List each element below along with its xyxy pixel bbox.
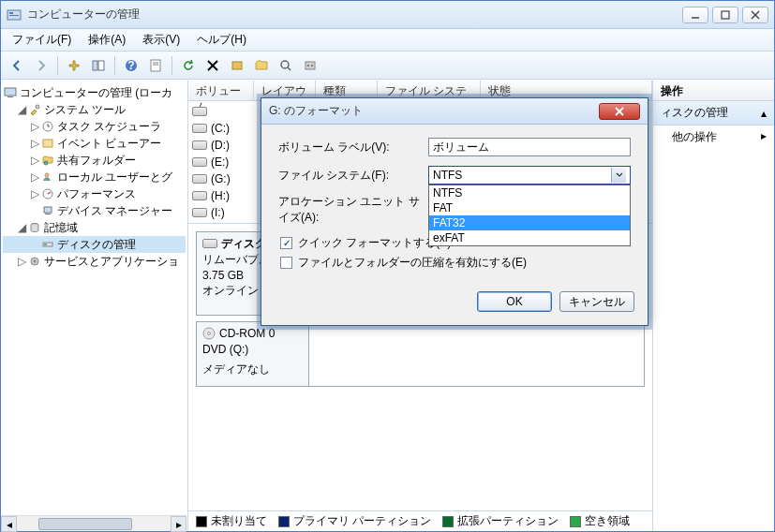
expand-icon[interactable]: ▷: [29, 154, 40, 167]
quick-format-checkbox[interactable]: [280, 237, 292, 249]
tools-icon: [27, 102, 42, 117]
cancel-button[interactable]: キャンセル: [559, 291, 634, 312]
menu-view[interactable]: 表示(V): [135, 29, 187, 51]
allocation-label: アロケーション ユニット サイズ(A):: [278, 194, 428, 226]
svg-rect-32: [44, 207, 52, 213]
tree-scrollbar[interactable]: ◂ ▸: [1, 515, 186, 531]
svg-rect-7: [93, 61, 97, 70]
settings-icon[interactable]: [300, 55, 320, 76]
actions-other[interactable]: 他の操作▸: [653, 126, 774, 149]
filesystem-select[interactable]: NTFS NTFS FAT FAT32 exFAT: [428, 166, 631, 185]
cdrom-info: CD-ROM 0 DVD (Q:) メディアなし: [197, 322, 309, 386]
actions-header: 操作: [653, 81, 774, 101]
fs-option-fat[interactable]: FAT: [429, 200, 630, 215]
filesystem-dropdown: NTFS FAT FAT32 exFAT: [428, 185, 631, 246]
svg-rect-8: [98, 61, 104, 70]
toolbar: ?: [1, 52, 774, 80]
svg-rect-11: [151, 60, 160, 71]
volume-icon: [192, 107, 207, 116]
fs-option-fat32[interactable]: FAT32: [429, 215, 630, 230]
compression-row[interactable]: ファイルとフォルダーの圧縮を有効にする(E): [280, 255, 631, 271]
menu-help[interactable]: ヘルプ(H): [189, 29, 254, 51]
dialog-close-button[interactable]: [599, 103, 640, 120]
svg-rect-1: [9, 12, 13, 14]
maximize-button[interactable]: [712, 7, 738, 23]
svg-line-18: [288, 67, 291, 70]
menu-file[interactable]: ファイル(F): [5, 29, 79, 51]
search-icon[interactable]: [276, 55, 296, 76]
event-icon: [40, 136, 55, 151]
svg-point-20: [307, 65, 309, 66]
show-hide-tree-button[interactable]: [88, 55, 109, 76]
forward-button[interactable]: [31, 55, 52, 76]
svg-rect-22: [5, 88, 16, 96]
scroll-right-icon[interactable]: ▸: [171, 516, 186, 531]
fs-option-ntfs[interactable]: NTFS: [429, 185, 630, 200]
svg-point-17: [281, 61, 289, 68]
expand-icon[interactable]: ▷: [29, 120, 40, 133]
fs-option-exfat[interactable]: exFAT: [429, 230, 630, 245]
users-icon: [40, 170, 55, 185]
legend-swatch: [442, 516, 454, 527]
back-button[interactable]: [7, 55, 27, 76]
minimize-button[interactable]: [682, 7, 708, 23]
refresh-button[interactable]: [178, 55, 199, 76]
titlebar: コンピューターの管理: [1, 1, 774, 29]
action-icon[interactable]: [227, 55, 247, 76]
chevron-down-icon: [611, 168, 626, 183]
window-title: コンピューターの管理: [27, 7, 682, 22]
svg-point-38: [34, 260, 37, 263]
compression-checkbox[interactable]: [280, 257, 292, 269]
filesystem-value: NTFS: [433, 169, 462, 182]
tree-performance[interactable]: ▷パフォーマンス: [3, 185, 186, 202]
clock-icon: [40, 119, 55, 134]
expand-icon[interactable]: ▷: [29, 170, 40, 184]
delete-icon[interactable]: [202, 55, 223, 76]
shared-folder-icon: [40, 153, 55, 168]
tree-root[interactable]: コンピューターの管理 (ローカ: [3, 84, 186, 101]
close-button[interactable]: [742, 7, 768, 23]
tree-shared-folders[interactable]: ▷共有フォルダー: [3, 152, 186, 169]
performance-icon: [40, 186, 55, 201]
ok-button[interactable]: OK: [477, 291, 552, 312]
expand-icon[interactable]: ▷: [16, 255, 27, 268]
expand-icon[interactable]: ▷: [29, 187, 40, 200]
volume-label-input[interactable]: [428, 138, 631, 156]
tree-panel: コンピューターの管理 (ローカ ◢システム ツール ▷タスク スケジューラ ▷イ…: [1, 81, 188, 531]
collapse-icon[interactable]: ◢: [16, 103, 27, 116]
actions-section-disk[interactable]: ィスクの管理▴: [653, 101, 774, 126]
tree-event-viewer[interactable]: ▷イベント ビューアー: [3, 135, 186, 152]
volume-icon: [192, 208, 207, 217]
expand-icon[interactable]: ▷: [29, 137, 40, 150]
tree-disk-management[interactable]: ディスクの管理: [3, 236, 186, 253]
svg-point-24: [36, 105, 39, 109]
dialog-titlebar: G: のフォーマット: [261, 98, 648, 125]
up-button[interactable]: [64, 55, 84, 76]
tree-task-scheduler[interactable]: ▷タスク スケジューラ: [3, 118, 186, 135]
cdrom-icon: [202, 327, 216, 340]
col-volume[interactable]: ボリューム: [188, 81, 254, 100]
cdrom-block[interactable]: CD-ROM 0 DVD (Q:) メディアなし: [196, 321, 645, 387]
legend-swatch: [278, 516, 290, 527]
collapse-icon[interactable]: ◢: [16, 221, 27, 234]
svg-rect-23: [7, 96, 13, 97]
svg-point-29: [44, 161, 48, 165]
folder-icon[interactable]: [251, 55, 272, 76]
tree-storage[interactable]: ◢記憶域: [3, 219, 186, 236]
tree-services-apps[interactable]: ▷サービスとアプリケーショ: [3, 253, 186, 270]
compression-label: ファイルとフォルダーの圧縮を有効にする(E): [298, 255, 527, 271]
services-icon: [27, 254, 42, 269]
legend: 未割り当て プライマリ パーティション 拡張パーティション 空き領域: [188, 510, 652, 531]
help-button[interactable]: ?: [121, 55, 142, 76]
tree-device-manager[interactable]: デバイス マネージャー: [3, 202, 186, 219]
svg-rect-36: [44, 244, 47, 245]
tree-system-tools[interactable]: ◢システム ツール: [3, 101, 186, 118]
chevron-right-icon: ▸: [761, 129, 767, 145]
tree-local-users[interactable]: ▷ローカル ユーザーとグ: [3, 169, 186, 185]
scroll-thumb[interactable]: [38, 518, 132, 530]
properties-button[interactable]: [145, 55, 166, 76]
scroll-left-icon[interactable]: ◂: [1, 516, 17, 531]
volume-label-label: ボリューム ラベル(V):: [278, 140, 428, 155]
collapse-icon: ▴: [761, 107, 767, 120]
menu-action[interactable]: 操作(A): [81, 29, 133, 51]
